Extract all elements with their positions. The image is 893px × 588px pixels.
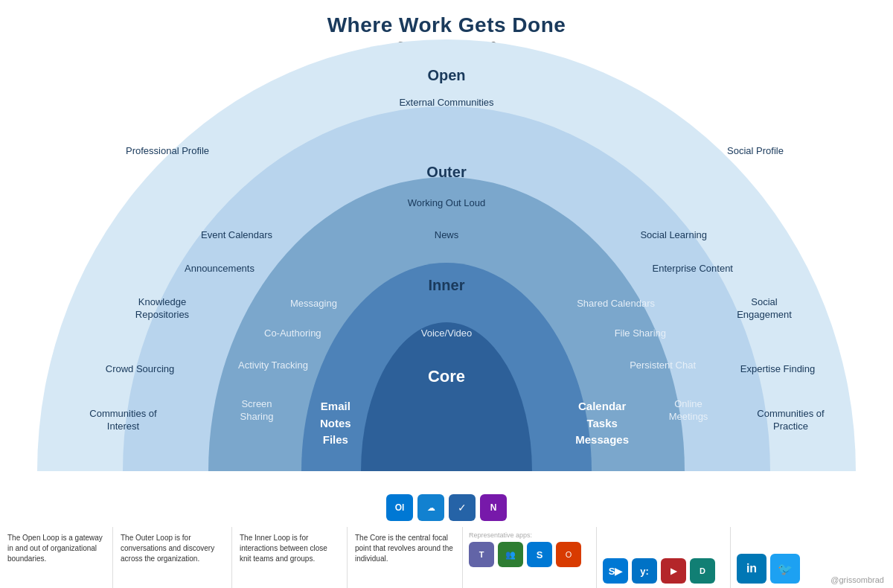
icon-linkedin: in [737, 554, 766, 584]
label-crowd-sourcing: Crowd Sourcing [103, 363, 177, 376]
page-container: Where Work Gets Done Or...what to use wh… [0, 0, 893, 588]
label-online-meetings: Online Meetings [655, 398, 722, 424]
bottom-open: The Open Loop is a gateway in and out of… [0, 527, 113, 588]
icon-outlook: Ol [386, 494, 413, 521]
label-outer: Outer [426, 162, 466, 182]
label-communities-interest: Communities of Interest [80, 408, 166, 433]
watermark: @grissombrad [830, 575, 884, 584]
label-news: News [435, 229, 459, 242]
bottom-outer: The Outer Loop is for conversations and … [113, 527, 232, 588]
bottom-apps-2: S▶ y: ▶ D [597, 527, 731, 588]
bottom-core: The Core is the central focal point that… [348, 527, 463, 588]
icon-sharepoint: S▶ [603, 558, 628, 584]
label-voice-video: Voice/Video [421, 327, 472, 340]
label-email-notes-files: Email Notes Files [320, 398, 351, 449]
label-communities-practice: Communities of Practice [748, 408, 833, 433]
label-knowledge-repos: Knowledge Repositories [118, 296, 207, 322]
label-screen-sharing: Screen Sharing [227, 398, 287, 424]
icon-delve: D [690, 558, 715, 584]
rep-apps-label: Representative apps: [469, 531, 590, 539]
icon-office: O [556, 542, 581, 567]
icon-onenote: N [480, 494, 507, 521]
icon-stream: ▶ [661, 558, 686, 584]
label-working-out-loud: Working Out Loud [408, 197, 486, 210]
label-open: Open [427, 65, 465, 85]
label-file-sharing: File Sharing [615, 327, 666, 340]
label-professional-profile: Professional Profile [115, 145, 220, 158]
icon-sharepoint-2: S [527, 542, 552, 567]
label-co-authoring: Co-Authoring [264, 327, 321, 340]
label-expertise-finding: Expertise Finding [737, 363, 819, 376]
bottom-apps-1: Representative apps: T 👥 S O [463, 527, 597, 588]
icon-onedrive: ☁ [417, 494, 444, 521]
label-event-calendars: Event Calendars [201, 229, 272, 242]
label-core: Core [428, 366, 465, 388]
bottom-core-text: The Core is the central focal point that… [355, 534, 453, 563]
bottom-inner-text: The Inner Loop is for interactions betwe… [240, 534, 327, 563]
bottom-open-text: The Open Loop is a gateway in and out of… [7, 534, 103, 563]
label-social-profile: Social Profile [707, 145, 804, 158]
label-calendar-tasks-messages: Calendar Tasks Messages [575, 398, 629, 449]
label-persistent-chat: Persistent Chat [630, 359, 696, 372]
icon-planner: 👥 [498, 542, 523, 567]
label-social-learning: Social Learning [640, 229, 707, 242]
bottom-outer-text: The Outer Loop is for conversations and … [121, 534, 214, 563]
label-activity-tracking: Activity Tracking [238, 359, 308, 372]
icon-twitter: 🐦 [770, 554, 800, 584]
label-external-communities: External Communities [399, 97, 493, 109]
label-announcements: Announcements [185, 263, 255, 275]
label-enterprise-content: Enterprise Content [653, 263, 733, 275]
label-social-engagement: Social Engagement [723, 296, 805, 322]
bottom-inner: The Inner Loop is for interactions betwe… [232, 527, 348, 588]
icon-yammer: y: [632, 558, 657, 584]
bottom-bar: The Open Loop is a gateway in and out of… [0, 527, 893, 588]
label-messaging: Messaging [290, 298, 337, 310]
page-title: Where Work Gets Done [0, 0, 893, 37]
center-app-icons: Ol ☁ ✓ N [365, 494, 528, 521]
icon-teams: T [469, 542, 494, 567]
icon-todo: ✓ [449, 494, 476, 521]
label-inner: Inner [429, 275, 465, 295]
label-shared-calendars: Shared Calendars [577, 298, 655, 310]
